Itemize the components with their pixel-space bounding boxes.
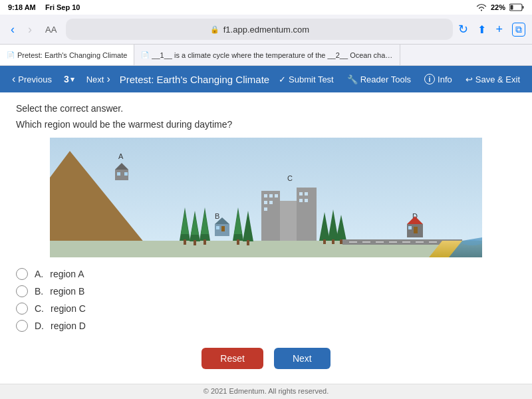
- reload-button[interactable]: ↻: [458, 22, 468, 37]
- svg-rect-30: [247, 240, 249, 245]
- svg-rect-24: [221, 226, 225, 231]
- svg-rect-32: [261, 191, 280, 241]
- option-c-label: region C: [51, 303, 86, 314]
- previous-label: Previous: [18, 74, 52, 84]
- reader-mode-button[interactable]: AA: [41, 23, 61, 36]
- bottom-buttons: Reset Next: [16, 342, 516, 374]
- reader-tools-label: Reader Tools: [360, 74, 411, 84]
- svg-rect-20: [203, 239, 206, 245]
- save-exit-label: Save & Exit: [475, 74, 520, 84]
- svg-rect-48: [332, 239, 334, 244]
- question-number: 3: [64, 74, 69, 84]
- option-d[interactable]: D. region D: [16, 320, 516, 332]
- answer-options: A. region A B. region B C. region C D. r…: [16, 268, 516, 332]
- question-number-button[interactable]: 3 ▾: [59, 66, 80, 92]
- main-content: Select the correct answer. Which region …: [0, 92, 532, 384]
- option-c-id: C.: [35, 303, 44, 314]
- info-button[interactable]: i Info: [418, 74, 459, 84]
- svg-rect-42: [305, 192, 308, 196]
- svg-rect-38: [264, 201, 267, 204]
- forward-button[interactable]: ›: [24, 21, 36, 38]
- tab-climate-cycle[interactable]: 📄 __1__ is a climate cycle where the tem…: [134, 45, 400, 65]
- tabs-button[interactable]: ⧉: [512, 23, 525, 37]
- svg-rect-14: [184, 239, 186, 245]
- radio-a[interactable]: [16, 268, 28, 280]
- save-exit-button[interactable]: ↩ Save & Exit: [459, 74, 527, 84]
- submit-label: Submit Test: [289, 74, 334, 84]
- content-next-button[interactable]: Next: [274, 348, 331, 369]
- footer: © 2021 Edmentum. All rights reserved.: [0, 384, 532, 398]
- svg-point-60: [462, 240, 482, 245]
- svg-rect-56: [414, 227, 418, 233]
- svg-rect-10: [117, 172, 120, 176]
- instruction-text: Select the correct answer.: [16, 103, 516, 114]
- option-d-label: region D: [51, 321, 86, 331]
- radio-b[interactable]: [16, 285, 28, 297]
- status-right: 22%: [476, 3, 524, 11]
- svg-rect-35: [264, 194, 267, 198]
- option-a[interactable]: A. region A: [16, 268, 516, 280]
- option-d-id: D.: [35, 321, 44, 331]
- svg-rect-41: [299, 192, 303, 196]
- next-arrow-icon: ›: [106, 73, 110, 85]
- svg-text:A: A: [118, 152, 124, 160]
- question-text: Which region would be the warmest during…: [16, 119, 516, 130]
- toolbar-right: ✓ Submit Test 🔧 Reader Tools i Info ↩ Sa…: [272, 74, 527, 84]
- status-bar: 9:18 AM Fri Sep 10 22%: [0, 0, 532, 15]
- wifi-icon: [476, 3, 487, 11]
- url-display: f1.app.edmentum.com: [223, 25, 309, 35]
- tab1-label: Pretest: Earth's Changing Climate: [17, 51, 127, 59]
- option-a-label: region A: [50, 269, 84, 279]
- svg-rect-40: [264, 207, 267, 211]
- svg-rect-43: [299, 199, 303, 202]
- info-label: Info: [438, 74, 452, 84]
- svg-rect-46: [323, 239, 326, 244]
- svg-rect-44: [305, 199, 308, 202]
- checkmark-icon: ✓: [279, 74, 286, 84]
- tab-bar: 📄 Pretest: Earth's Changing Climate 📄 __…: [0, 45, 532, 66]
- svg-rect-50: [340, 239, 342, 244]
- back-button[interactable]: ‹: [7, 21, 19, 38]
- reset-button[interactable]: Reset: [201, 348, 263, 369]
- browser-actions: ↻ ⬆ + ⧉: [458, 22, 525, 37]
- tab-pretest[interactable]: 📄 Pretest: Earth's Changing Climate: [0, 45, 134, 65]
- svg-rect-57: [408, 226, 412, 229]
- svg-rect-39: [269, 201, 273, 204]
- copyright-text: © 2021 Edmentum. All rights reserved.: [203, 387, 329, 395]
- svg-rect-17: [194, 240, 196, 245]
- svg-text:B: B: [215, 212, 219, 220]
- lock-icon: 🔒: [210, 25, 219, 34]
- previous-button[interactable]: ‹ Previous: [5, 66, 59, 92]
- option-b[interactable]: B. region B: [16, 285, 516, 297]
- scene-svg: A B: [16, 138, 516, 257]
- share-button[interactable]: ⬆: [477, 23, 486, 36]
- next-button[interactable]: Next ›: [80, 66, 117, 92]
- option-b-id: B.: [35, 286, 43, 297]
- reader-tools-button[interactable]: 🔧 Reader Tools: [340, 74, 418, 84]
- browser-chrome: ‹ › AA 🔒 f1.app.edmentum.com ↻ ⬆ + ⧉: [0, 15, 532, 45]
- radio-c[interactable]: [16, 303, 28, 315]
- next-label: Next: [86, 74, 104, 84]
- tab1-favicon: 📄: [7, 51, 15, 59]
- option-a-id: A.: [35, 269, 43, 279]
- chevron-down-icon: ▾: [70, 75, 74, 84]
- option-b-label: region B: [50, 286, 84, 297]
- info-icon: i: [424, 74, 435, 84]
- address-bar[interactable]: 🔒 f1.app.edmentum.com: [66, 19, 453, 40]
- status-left: 9:18 AM Fri Sep 10: [8, 3, 80, 11]
- prev-arrow-icon: ‹: [12, 73, 15, 85]
- svg-rect-11: [124, 172, 128, 176]
- svg-rect-28: [237, 239, 239, 245]
- submit-test-button[interactable]: ✓ Submit Test: [272, 74, 340, 84]
- option-c[interactable]: C. region C: [16, 303, 516, 315]
- radio-d[interactable]: [16, 320, 28, 332]
- battery-icon: [509, 3, 524, 11]
- tab2-label: __1__ is a climate cycle where the tempe…: [152, 51, 393, 59]
- new-tab-button[interactable]: +: [495, 23, 503, 37]
- svg-rect-25: [216, 226, 219, 229]
- scene-illustration: A B: [16, 138, 516, 257]
- date-display: Fri Sep 10: [45, 3, 80, 11]
- svg-text:C: C: [287, 174, 293, 182]
- wrench-icon: 🔧: [347, 74, 358, 84]
- svg-rect-1: [523, 6, 524, 9]
